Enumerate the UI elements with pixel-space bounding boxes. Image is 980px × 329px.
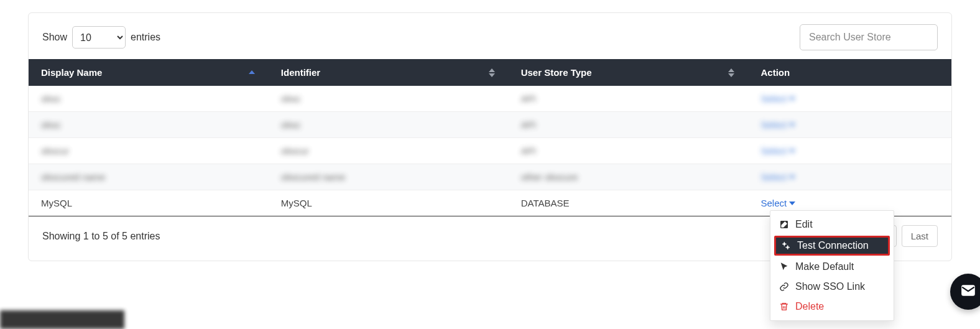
col-display-name-label: Display Name [41,67,102,78]
sort-icon [249,70,255,75]
menu-edit[interactable]: Edit [770,215,894,234]
cell-identifier: MySQL [281,198,312,208]
menu-make-default-label: Make Default [795,261,854,272]
menu-show-sso[interactable]: Show SSO Link [770,277,894,297]
cell-type: DATABASE [521,198,570,208]
cell-type: API [521,146,536,156]
page-size-control: Show 102550100 entries [42,26,160,49]
cell-identifier: obscured name [281,172,345,182]
row-action-select[interactable]: Select [760,119,795,130]
sort-icon [728,68,734,77]
table-row: obsc obsc API Select [29,86,951,112]
menu-delete-label: Delete [795,301,824,312]
sort-asc-icon [249,70,255,74]
bottom-strip [0,310,124,329]
show-label: Show [42,32,67,43]
user-store-table: Display Name Identifier User Store [29,59,951,216]
table-row: obsc obsc API Select [29,112,951,138]
cell-display: MySQL [41,198,72,208]
svg-point-1 [783,243,785,245]
sort-asc-icon [489,68,495,72]
edit-icon [779,220,789,229]
link-icon [779,282,789,292]
sort-desc-icon [728,73,734,77]
cell-type: API [521,119,536,130]
page-size-select[interactable]: 102550100 [72,26,126,49]
table-top-controls: Show 102550100 entries [29,24,951,59]
cursor-icon [779,262,789,272]
row-action-select[interactable]: Select [760,93,795,104]
chevron-down-icon [789,97,795,101]
menu-show-sso-label: Show SSO Link [795,281,865,292]
mail-fab[interactable] [950,274,980,310]
col-display-name[interactable]: Display Name [29,59,269,86]
chevron-down-icon [789,149,795,153]
trash-icon [779,302,789,312]
entries-label: entries [131,32,160,43]
search-wrap [800,24,938,50]
cell-display: obsc [41,93,61,104]
cell-display: obscured name [41,172,105,182]
col-identifier[interactable]: Identifier [269,59,509,86]
table-body: obsc obsc API Select obsc obsc API Selec… [29,86,951,216]
cell-display: obsc [41,119,61,130]
cell-type: other obscure [521,172,578,182]
menu-test-label: Test Connection [797,240,869,251]
mail-icon [960,282,976,301]
sort-icon [489,68,495,77]
table-row: obscur obscur API Select [29,138,951,164]
table-header: Display Name Identifier User Store [29,59,951,86]
table-row: obscured name obscured name other obscur… [29,164,951,190]
col-action-label: Action [760,67,790,78]
cell-type: API [521,93,536,104]
sort-desc-icon [489,73,495,77]
chevron-down-icon [789,123,795,127]
gears-icon [781,241,791,251]
chevron-down-icon [789,175,795,179]
menu-make-default[interactable]: Make Default [770,257,894,277]
row-action-menu: Edit Test Connection Make Default Show S… [770,210,894,321]
col-user-store-type[interactable]: User Store Type [509,59,749,86]
menu-edit-label: Edit [795,219,813,230]
cell-identifier: obsc [281,119,301,130]
cell-identifier: obsc [281,93,301,104]
row-action-select[interactable]: Select [760,198,795,208]
chevron-down-icon [789,202,795,205]
search-input[interactable] [800,24,938,50]
pager-last[interactable]: Last [902,225,938,247]
col-user-store-type-label: User Store Type [521,67,592,78]
col-action: Action [748,59,951,86]
row-action-select[interactable]: Select [760,146,795,156]
sort-asc-icon [728,68,734,72]
cell-display: obscur [41,146,69,156]
svg-point-2 [787,246,789,249]
menu-test-connection[interactable]: Test Connection [774,236,890,256]
row-action-select[interactable]: Select [760,172,795,182]
entries-summary: Showing 1 to 5 of 5 entries [42,231,160,242]
col-identifier-label: Identifier [281,67,320,78]
cell-identifier: obscur [281,146,309,156]
menu-delete[interactable]: Delete [770,297,894,317]
